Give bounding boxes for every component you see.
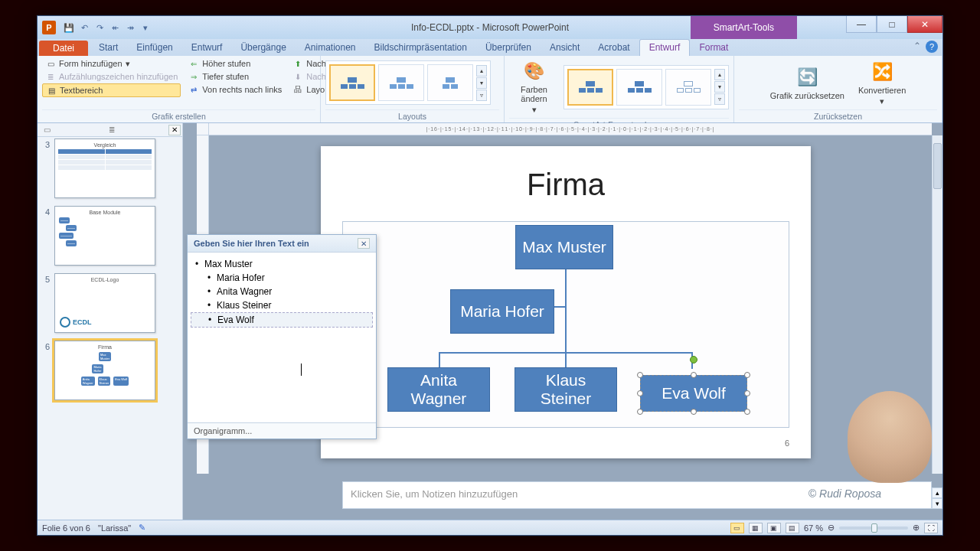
demote-icon: ⇒ bbox=[188, 71, 199, 82]
context-tab-smartart: SmartArt-Tools bbox=[691, 16, 797, 39]
view-reading-button[interactable]: ▣ bbox=[767, 523, 781, 533]
text-pane-item[interactable]: Klaus Steiner bbox=[191, 298, 373, 312]
change-colors-button[interactable]: 🎨 Farben ändern ▾ bbox=[509, 57, 559, 116]
prev-slide-button[interactable]: ▴ bbox=[932, 487, 942, 498]
layout-item-1[interactable] bbox=[329, 64, 375, 101]
tab-insert[interactable]: Einfügen bbox=[127, 40, 181, 56]
qat-next-icon[interactable]: ↠ bbox=[123, 21, 137, 34]
org-node-child-3-label: Eva Wolf bbox=[662, 384, 726, 403]
add-bullet-button[interactable]: ≣Aufzählungszeichen hinzufügen bbox=[42, 70, 181, 83]
minimize-button[interactable]: — bbox=[846, 16, 877, 33]
style-item-1[interactable] bbox=[567, 69, 613, 106]
view-sorter-button[interactable]: ▦ bbox=[749, 523, 763, 533]
textpane-toggle-button[interactable]: ▤Textbereich bbox=[42, 83, 181, 97]
group-layouts: Layouts bbox=[325, 109, 499, 122]
help-icon[interactable]: ? bbox=[926, 41, 938, 53]
next-slide-button[interactable]: ▾ bbox=[932, 498, 942, 509]
layout-icon: 品 bbox=[292, 84, 303, 95]
tab-view[interactable]: Ansicht bbox=[541, 40, 589, 56]
panel-tab-outline-icon[interactable]: ≣ bbox=[104, 126, 119, 134]
ribbon-minimize-icon[interactable]: ⌃ bbox=[913, 41, 921, 53]
tab-animations[interactable]: Animationen bbox=[296, 40, 365, 56]
vertical-scrollbar[interactable] bbox=[932, 135, 942, 474]
gallery-down-icon[interactable]: ▾ bbox=[476, 77, 487, 89]
slide-thumb-5[interactable]: 5ECDL-LogoECDL bbox=[42, 273, 181, 333]
style-more-icon[interactable]: ▿ bbox=[714, 93, 725, 105]
panel-tab-slides-icon[interactable]: ▭ bbox=[39, 126, 55, 134]
text-pane-item[interactable]: Max Muster bbox=[191, 257, 373, 271]
up-icon: ⬆ bbox=[292, 58, 303, 69]
smartart-container[interactable]: Max Muster Maria Hofer Anita Wagner Klau… bbox=[342, 221, 789, 428]
slide-number: 6 bbox=[785, 439, 789, 448]
qat-more-icon[interactable]: ▾ bbox=[139, 21, 152, 34]
ribbon: ▭Form hinzufügen ▾ ≣Aufzählungszeichen h… bbox=[38, 56, 942, 123]
text-pane-item[interactable]: Anita Wagner bbox=[191, 285, 373, 298]
convert-button[interactable]: 🔀 Konvertieren ▾ bbox=[854, 58, 910, 108]
undo-icon[interactable]: ↶ bbox=[77, 21, 91, 34]
tab-acrobat[interactable]: Acrobat bbox=[589, 40, 639, 56]
rtl-icon: ⇄ bbox=[188, 84, 199, 95]
zoom-slider[interactable] bbox=[839, 527, 908, 530]
style-up-icon[interactable]: ▴ bbox=[714, 69, 725, 80]
spellcheck-icon[interactable]: ✎ bbox=[139, 523, 145, 533]
tab-design[interactable]: Entwurf bbox=[182, 40, 232, 56]
rtl-button[interactable]: ⇄Von rechts nach links bbox=[185, 83, 285, 96]
bullet-icon: ≣ bbox=[45, 71, 56, 82]
reset-graphic-button[interactable]: 🔄 Grafik zurücksetzen bbox=[766, 64, 849, 102]
slide-thumb-3[interactable]: 3Vergleich bbox=[42, 139, 181, 198]
zoom-out-button[interactable]: ⊖ bbox=[828, 523, 835, 533]
style-down-icon[interactable]: ▾ bbox=[714, 81, 725, 93]
layout-item-2[interactable] bbox=[378, 64, 424, 101]
status-slide-count: Folie 6 von 6 bbox=[42, 523, 90, 533]
status-theme: "Larissa" bbox=[98, 523, 131, 533]
qat-prev-icon[interactable]: ↞ bbox=[108, 21, 122, 34]
zoom-in-button[interactable]: ⊕ bbox=[913, 523, 920, 533]
style-item-2[interactable] bbox=[616, 69, 662, 106]
style-item-3[interactable] bbox=[665, 69, 711, 106]
reset-icon: 🔄 bbox=[795, 65, 819, 90]
org-node-child-3[interactable]: Eva Wolf bbox=[640, 375, 747, 412]
tab-transitions[interactable]: Übergänge bbox=[231, 40, 295, 56]
tab-smartart-format[interactable]: Format bbox=[690, 40, 737, 56]
org-node-root[interactable]: Max Muster bbox=[515, 225, 613, 269]
zoom-level[interactable]: 67 % bbox=[804, 523, 823, 533]
save-icon[interactable]: 💾 bbox=[62, 21, 76, 34]
slide-thumb-4[interactable]: 4Base Module————————— bbox=[42, 206, 181, 266]
org-node-child-2[interactable]: Klaus Steiner bbox=[514, 367, 617, 412]
slide-canvas[interactable]: Firma 6 Max Muster Maria Hofer Anita Wag… bbox=[321, 146, 811, 458]
tab-file[interactable]: Datei bbox=[39, 41, 88, 56]
text-pane-close-icon[interactable]: ✕ bbox=[358, 238, 370, 249]
text-pane-item[interactable]: Maria Hofer bbox=[191, 271, 373, 285]
org-node-assistant[interactable]: Maria Hofer bbox=[450, 289, 554, 334]
org-node-child-1[interactable]: Anita Wagner bbox=[387, 367, 490, 412]
redo-icon[interactable]: ↷ bbox=[93, 21, 106, 34]
group-reset: Zurücksetzen bbox=[739, 109, 937, 122]
rotate-handle-icon[interactable] bbox=[690, 356, 697, 364]
close-button[interactable]: ✕ bbox=[907, 16, 942, 33]
fit-window-button[interactable]: ⛶ bbox=[924, 523, 938, 533]
maximize-button[interactable]: □ bbox=[877, 16, 907, 33]
smartart-text-pane[interactable]: Geben Sie hier Ihren Text ein ✕ Max Must… bbox=[187, 234, 377, 439]
slide-title[interactable]: Firma bbox=[321, 168, 811, 202]
layout-item-3[interactable] bbox=[427, 64, 473, 101]
window-title: Info-ECDL.pptx - Microsoft PowerPoint bbox=[411, 22, 569, 33]
window-controls: — □ ✕ bbox=[846, 16, 942, 33]
text-pane-title: Geben Sie hier Ihren Text ein bbox=[194, 239, 309, 248]
tab-slideshow[interactable]: Bildschirmpräsentation bbox=[365, 40, 476, 56]
gallery-more-icon[interactable]: ▿ bbox=[476, 90, 487, 101]
tab-start[interactable]: Start bbox=[90, 40, 127, 56]
text-pane-footer[interactable]: Organigramm... bbox=[188, 422, 376, 439]
view-slideshow-button[interactable]: ▤ bbox=[786, 523, 799, 533]
tab-smartart-design[interactable]: Entwurf bbox=[639, 39, 691, 56]
gallery-up-icon[interactable]: ▴ bbox=[476, 65, 487, 77]
tab-review[interactable]: Überprüfen bbox=[476, 40, 541, 56]
view-normal-button[interactable]: ▭ bbox=[730, 523, 744, 533]
text-pane-item[interactable]: Eva Wolf bbox=[191, 312, 373, 328]
horizontal-ruler[interactable]: |·16·|·15·|·14·|·13·|·12·|·11·|·10·|·9·|… bbox=[209, 123, 932, 135]
slide-thumb-6[interactable]: 6FirmaMaxMusterMariaHoferAnitaWagnerKlau… bbox=[42, 341, 181, 400]
panel-close-icon[interactable]: ✕ bbox=[168, 125, 181, 135]
add-shape-button[interactable]: ▭Form hinzufügen ▾ bbox=[42, 57, 181, 70]
promote-button[interactable]: ⇐Höher stufen bbox=[185, 57, 285, 70]
demote-button[interactable]: ⇒Tiefer stufen bbox=[185, 70, 285, 83]
app-icon[interactable]: P bbox=[42, 21, 56, 34]
